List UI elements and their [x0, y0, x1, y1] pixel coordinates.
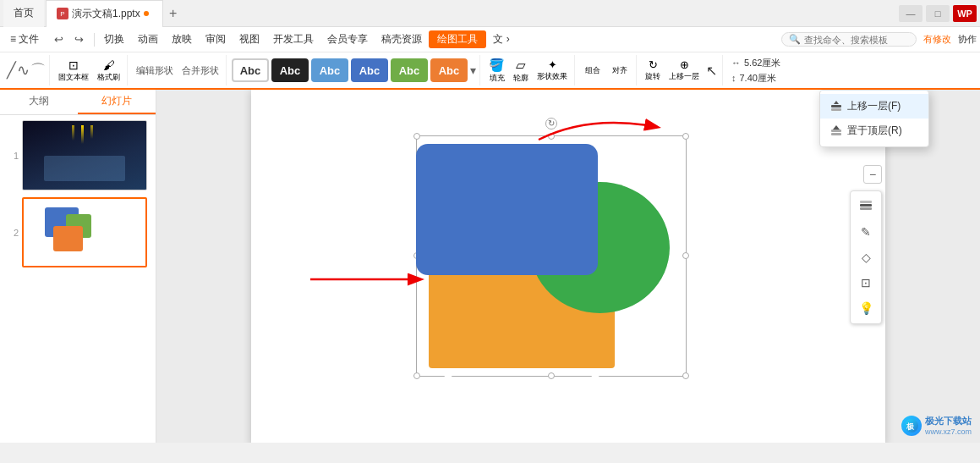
undo-button[interactable]: ↩ [49, 30, 68, 49]
format-brush-button[interactable]: 🖌 格式刷 [94, 57, 123, 85]
menu-view[interactable]: 视图 [233, 30, 266, 48]
doc-tab[interactable]: P 演示文稿1.pptx [46, 0, 163, 27]
slide-list: 1 2 [0, 115, 156, 443]
outline-tab[interactable]: 大纲 [0, 90, 78, 114]
minimize-button[interactable]: — [899, 5, 923, 22]
sidebar: 大纲 幻灯片 1 [0, 90, 156, 443]
slide-thumbnail[interactable] [22, 120, 147, 190]
dropdown-menu: 上移一层(F) 置于顶层(R) [819, 90, 929, 147]
maximize-button[interactable]: □ [926, 5, 950, 22]
layers-up-icon [830, 101, 842, 113]
toolbar: ╱ ∿ ⌒ ⊡ 固文本框 🖌 格式刷 编辑形状 合并形状 Abc Abc Abc… [0, 52, 980, 90]
menu-file[interactable]: ≡ 文件 [3, 30, 46, 48]
fill-button[interactable]: 🪣 填充 [485, 56, 508, 85]
new-tab-button[interactable]: + [163, 3, 183, 24]
svg-marker-7 [834, 101, 839, 104]
slide-number: 1 [5, 151, 19, 161]
menu-member[interactable]: 会员专享 [320, 30, 375, 48]
move-up-button[interactable]: ⊕ 上移一层 [665, 57, 703, 84]
menu-playback[interactable]: 放映 [165, 30, 199, 48]
slide2-preview [24, 199, 145, 266]
textbox-button[interactable]: ⊡ 固文本框 [55, 57, 92, 85]
slide-item[interactable]: 1 [3, 119, 152, 192]
slide-thumbnail[interactable] [22, 197, 147, 267]
svg-rect-0 [860, 204, 872, 207]
move-up-layer-item[interactable]: 上移一层(F) [820, 94, 928, 119]
handle-top-center[interactable] [548, 133, 555, 140]
sidebar-tabs: 大纲 幻灯片 [0, 90, 156, 115]
watermark-icon: 极 [901, 416, 922, 436]
draw-curve-tool[interactable]: ∿ [17, 61, 30, 80]
mini-fill-button[interactable]: ◇ [854, 245, 878, 269]
shape-style-orange[interactable]: Abc [430, 58, 468, 82]
menu-animation[interactable]: 动画 [131, 30, 165, 48]
handle-bottom-center[interactable] [548, 372, 555, 379]
slides-tab[interactable]: 幻灯片 [78, 90, 156, 114]
handle-top-right[interactable] [682, 133, 689, 140]
menu-review[interactable]: 审阅 [199, 30, 233, 48]
group-button[interactable]: 组合 [580, 63, 605, 78]
shape-style-green[interactable]: Abc [391, 58, 428, 82]
redo-button[interactable]: ↪ [69, 30, 88, 49]
mini-idea-button[interactable]: 💡 [854, 296, 878, 320]
merge-shape-button[interactable]: 合并形状 [178, 63, 222, 79]
shape-style-black[interactable]: Abc [271, 58, 309, 82]
shape-style-white[interactable]: Abc [232, 58, 269, 82]
svg-rect-2 [860, 201, 872, 203]
draw-line-tool[interactable]: ╱ [7, 61, 16, 80]
search-input[interactable] [804, 35, 909, 45]
align-button[interactable]: 对齐 [607, 63, 632, 78]
draw-arc-tool[interactable]: ⌒ [30, 60, 46, 80]
menu-resources[interactable]: 稿壳资源 [375, 30, 429, 48]
collaborate-action[interactable]: 协作 [958, 33, 977, 46]
home-tab[interactable]: 首页 [3, 0, 44, 27]
svg-marker-10 [833, 125, 840, 130]
search-icon: 🔍 [789, 34, 801, 45]
mini-layers-button[interactable] [854, 195, 878, 218]
menu-draw-tools[interactable]: 绘图工具 [429, 30, 486, 48]
canvas-area[interactable]: ↻ − ✎ ◇ ⊡ 💡 [156, 90, 980, 443]
height-icon: ↕ [731, 73, 736, 83]
outline-button[interactable]: ▱ 轮廓 [510, 56, 532, 85]
wp-button[interactable]: WP [953, 5, 977, 22]
mini-edit-button[interactable]: ✎ [854, 220, 878, 244]
bring-to-front-item[interactable]: 置于顶层(R) [820, 119, 928, 143]
size-properties: ↔ 5.62厘米 ↕ 7.40厘米 [725, 55, 787, 85]
modify-action[interactable]: 有修改 [923, 33, 951, 46]
blue-shape[interactable] [416, 144, 598, 275]
shape-styles-more[interactable]: ▾ [470, 63, 476, 77]
svg-text:极: 极 [906, 422, 915, 431]
handle-bottom-left[interactable] [413, 372, 420, 379]
rotate-handle[interactable]: ↻ [545, 118, 557, 130]
svg-rect-5 [831, 105, 841, 107]
bring-to-front-label: 置于顶层(R) [847, 124, 902, 138]
sep1 [94, 33, 95, 47]
main-content: 大纲 幻灯片 1 [0, 90, 980, 443]
watermark: 极 极光下载站 www.xz7.com [901, 415, 972, 436]
search-box[interactable]: 🔍 [781, 32, 917, 47]
menu-ribbon-bar: ≡ 文件 ↩ ↪ 切换 动画 放映 审阅 视图 开发工具 会员专享 稿壳资源 绘… [0, 27, 980, 52]
shape-style-blue1[interactable]: Abc [311, 58, 348, 82]
menu-dev[interactable]: 开发工具 [266, 30, 320, 48]
width-value: 5.62厘米 [744, 57, 780, 69]
slide-item[interactable]: 2 [3, 196, 152, 269]
handle-bottom-right[interactable] [682, 372, 689, 379]
shape-style-blue2[interactable]: Abc [351, 58, 388, 82]
mini-frame-button[interactable]: ⊡ [854, 271, 878, 295]
doc-tab-title: 演示文稿1.pptx [72, 7, 140, 21]
cursor-tool[interactable]: ↖ [704, 61, 719, 80]
menu-text[interactable]: 文 › [486, 30, 516, 48]
shape-effects-button[interactable]: ✦ 形状效果 [534, 57, 571, 84]
slide-canvas[interactable]: ↻ − ✎ ◇ ⊡ 💡 [251, 90, 885, 443]
handle-middle-right[interactable] [682, 252, 689, 259]
edit-shape-button[interactable]: 编辑形状 [133, 63, 177, 79]
rotate-button[interactable]: ↻ 旋转 [642, 57, 664, 84]
slide-number: 2 [5, 228, 19, 238]
unsaved-indicator [144, 11, 149, 16]
menu-switch[interactable]: 切换 [97, 30, 131, 48]
height-value: 7.40厘米 [740, 72, 776, 85]
zoom-out-button[interactable]: − [863, 165, 882, 184]
handle-top-left[interactable] [413, 133, 420, 140]
move-up-layer-label: 上移一层(F) [847, 99, 901, 113]
svg-rect-8 [831, 130, 841, 132]
